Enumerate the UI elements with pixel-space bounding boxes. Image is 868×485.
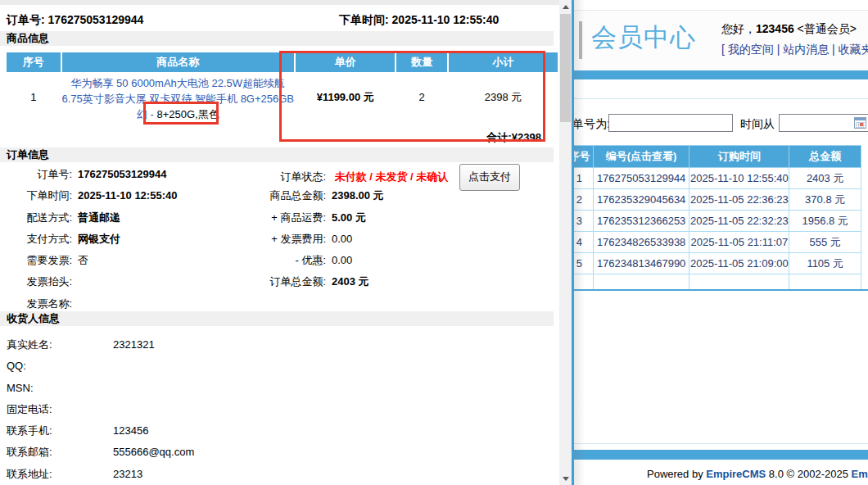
member-nav-links[interactable]: [ 我的空间 | 站内消息 | 收藏夹 | 退出 ] [721,43,868,57]
field-label: 真实姓名: [7,334,113,356]
field-value: 2403 元 [332,275,369,288]
cell-order-no-link[interactable]: 176235312366253 [593,211,689,232]
product-name-link[interactable]: 华为畅享 50 6000mAh大电池 22.5W超能续航 6.75英寸影音大屏 … [62,72,295,122]
cell-amount: 370.8 元 [789,189,861,211]
cell-order-time: 2025-11-10 12:55:40 [689,168,789,189]
order-time-label: 下单时间: [339,13,389,26]
cell-order-no-link[interactable]: 176275053129944 [593,168,689,189]
product-index: 1 [7,72,61,122]
member-center-frame: 会员中心 您好，123456 <普通会员> [ 我的空间 | 站内消息 | 收藏… [572,0,868,485]
field-label: - 优惠: [237,250,326,271]
section-header-order: 订单信息 [0,147,554,162]
order-row: 2 176235329045634 2025-11-05 22:36:23 37… [572,189,861,211]
column-header-order-time: 订购时间 [689,146,789,168]
cell-order-time: 2025-11-05 21:09:00 [689,253,789,274]
cell-order-no-link[interactable]: 176234826533938 [593,232,689,253]
field-value: 否 [78,254,88,266]
section-header-receiver: 收货人信息 [0,311,554,326]
username: 123456 [756,22,794,35]
scroll-up-icon [563,5,569,9]
footer: Powered by EmpireCMS 8.0 © 2002-2025 Emp… [647,468,868,480]
field-value: 0.00 [332,254,352,266]
pay-button[interactable]: 点击支付 [459,164,520,191]
cell-amount: 2403 元 [789,168,861,189]
member-center-title: 会员中心 [591,20,696,55]
column-header-amount: 总金额 [789,146,861,168]
cell-index: 3 [572,211,593,232]
field-value: 23213 [113,468,142,480]
column-header-index: 序号 [7,52,61,72]
footer-copyright: © 2002-2025 [784,468,852,480]
field-value: 0.00 [332,233,352,245]
calendar-icon[interactable] [854,117,866,129]
cell-order-time: 2025-11-05 21:11:07 [689,232,789,253]
order-search-bar: 订单号为: 时间从 [572,114,868,135]
column-header-index: 序号 [572,146,593,168]
field-label: MSN: [7,378,113,399]
field-label: 需要发票: [7,250,72,271]
empty-row [572,274,861,290]
field-value: 123456 [113,424,148,437]
field-label: 支付方式: [7,229,72,250]
field-label: 固定电话: [7,399,113,420]
member-center-header: 会员中心 您好，123456 <普通会员> [ 我的空间 | 站内消息 | 收藏… [572,11,868,70]
cell-index: 1 [572,168,593,189]
cell-order-no-link[interactable]: 176234813467990 [593,253,689,274]
column-header-name: 商品名称 [62,52,295,72]
header-blue-bar [572,70,868,79]
footer-blue-bar [572,450,868,460]
cell-amount: 1105 元 [789,253,861,274]
empirecms-link-2[interactable]: EmpireCMS [852,468,868,480]
order-no-input[interactable] [608,114,733,132]
field-label: + 商品运费: [237,207,326,229]
field-label: 联系邮箱: [7,442,113,463]
order-detail-frame: 订单号: 176275053129944 下单时间: 2025-11-10 12… [0,0,559,485]
order-row: 5 176234813467990 2025-11-05 21:09:00 11… [572,253,861,274]
field-value: 5.00 元 [332,211,366,224]
scroll-down-icon [563,477,569,481]
column-header-order-no: 编号(点击查看) [593,146,689,168]
field-label: QQ: [7,356,113,377]
products-total: 合计:¥2398 [7,122,558,147]
vertical-scrollbar[interactable] [559,0,572,485]
receiver-info-block: 真实姓名:2321321 QQ: MSN: 固定电话: 联系手机:123456 … [7,334,554,485]
order-status-value: 未付款 / 未发货 / 未确认 [335,170,449,183]
field-label: + 发票费用: [237,229,326,250]
column-header-price: 单价 [296,52,395,72]
title-divider-bar [579,21,582,59]
footer-version: 8.0 [766,468,784,480]
member-grade: <普通会员> [794,22,857,35]
column-header-subtotal: 小计 [449,52,558,72]
field-value: 网银支付 [78,233,120,245]
table-bottom-bar [572,289,868,291]
field-label: 商品总金额: [237,185,326,206]
cell-amount: 1956.8 元 [789,211,861,232]
scroll-down-button[interactable] [559,472,572,485]
field-value: 普通邮递 [78,211,120,224]
field-label: 联系地址: [7,464,113,485]
field-value: 2025-11-10 12:55:40 [78,189,177,202]
product-qty: 2 [396,72,447,122]
field-value: 176275053129944 [78,168,166,180]
cell-order-no-link[interactable]: 176235329045634 [593,189,689,211]
orders-table: 序号 编号(点击查看) 订购时间 总金额 1 176275053129944 2… [572,145,861,290]
order-row: 4 176234826533938 2025-11-05 21:11:07 55… [572,232,861,253]
cell-index: 5 [572,253,593,274]
field-label: 订单总金额: [237,271,326,292]
cell-amount: 555 元 [789,232,861,253]
frame-left-blue-border [572,0,574,485]
cell-order-time: 2025-11-05 22:32:23 [689,211,789,232]
section-header-product: 商品信息 [0,31,554,46]
time-from-label: 时间从 [740,117,775,132]
page-top-strip [572,0,868,11]
field-label: 下单时间: [7,185,72,206]
scroll-up-button[interactable] [559,0,572,13]
order-no-label: 订单号: [7,13,45,26]
order-row: 1 176275053129944 2025-11-10 12:55:40 24… [572,168,861,189]
field-label: 订单号: [7,164,72,185]
field-value: 2321321 [113,338,155,351]
field-label: 联系手机: [7,420,113,442]
scrollbar-thumb[interactable] [560,14,571,122]
empirecms-link[interactable]: EmpireCMS [706,468,766,480]
cell-order-time: 2025-11-05 22:36:23 [689,189,789,211]
